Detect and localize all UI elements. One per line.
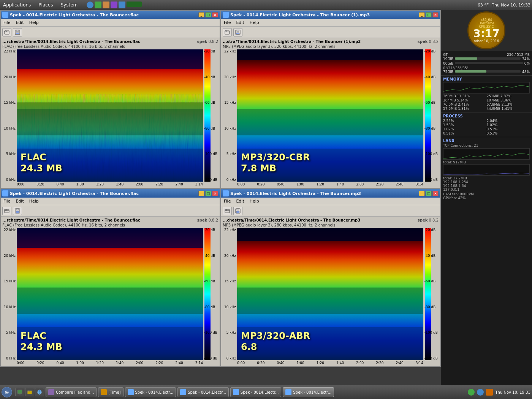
spec-annotation-3: FLAC 24.3 MB (21, 331, 62, 353)
maximize-btn-1[interactable]: □ (205, 12, 211, 17)
spek4-icon (285, 389, 291, 395)
maximize-btn-2[interactable]: □ (426, 12, 432, 17)
main-area: Spek - 0014.Electric Light Orchestra - T… (0, 10, 532, 385)
media-icon (111, 2, 117, 8)
close-btn-1[interactable]: × (212, 12, 218, 17)
start-button[interactable]: ⊕ (2, 387, 12, 397)
spek-content-2: ...stra/Time/0014.Electric Light Orchest… (221, 38, 440, 188)
window-toolbar-4 (221, 205, 440, 217)
edit-menu-1[interactable]: Edit (14, 20, 25, 25)
mem-row-3: 164MiB 5.14% (443, 98, 486, 102)
close-btn-4[interactable]: × (432, 191, 439, 196)
tray-net-icon (468, 389, 475, 396)
file-menu-3[interactable]: File (2, 199, 11, 204)
open-file-btn-4[interactable] (223, 207, 232, 215)
system-menu[interactable]: System (59, 2, 79, 8)
minimize-btn-2[interactable]: _ (419, 12, 425, 17)
mixer-icon (103, 2, 109, 8)
save-image-btn-1[interactable] (13, 28, 22, 36)
close-btn-2[interactable]: × (432, 12, 439, 17)
mem-row-7: 57.6MiB 1.81% (443, 107, 486, 111)
svg-rect-8 (17, 109, 203, 136)
fan-label: 75GiB (443, 70, 453, 74)
taskbar-btn-spek3[interactable]: Spek - 0014.Electr... (230, 387, 282, 397)
open-file-btn-2[interactable] (223, 28, 232, 36)
edit-menu-2[interactable]: Edit (235, 20, 245, 25)
spek-content-3: ...rchestra/Time/0014.Electric Light Orc… (1, 217, 220, 366)
taskbar-btn-time[interactable]: [Time] (98, 387, 123, 397)
disk-row-1: GT 256 / 512 MB (443, 53, 530, 57)
clock-circle: x86_64 Hostname CPU:35°C 3:17 mber 10, 2… (467, 11, 505, 49)
file-menu-4[interactable]: File (223, 199, 232, 204)
svg-rect-13 (236, 33, 239, 34)
gpu-fan: GPUfan: 42% (443, 196, 530, 200)
applications-menu[interactable]: Applications (2, 2, 32, 8)
annotation-line1-4: MP3/320-ABR (241, 331, 310, 342)
window-toolbar-2 (221, 27, 440, 38)
file-menu-2[interactable]: File (223, 20, 232, 25)
window-menubar-4: File Edit Help (221, 198, 440, 205)
fan-row: 75GiB 48% (443, 70, 530, 74)
taskbar-btn-compare[interactable]: Compare Flac and... (46, 387, 97, 397)
help-menu-4[interactable]: Help (249, 199, 260, 204)
db-labels-4: -20 dB -40 dB -60 dB -80 dB -100 dB -120… (424, 228, 439, 360)
taskbar-btn-spek1[interactable]: Spek - 0014.Electr... (125, 387, 176, 397)
y-axis-3: 22 kHz 20 kHz 15 kHz 10 kHz 5 kHz 0 kHz (2, 228, 17, 360)
help-menu-2[interactable]: Help (249, 20, 260, 25)
process-rows: 2.55% 2.04% 1.53% 1.02% 1.02% 0.51% 0.51… (443, 119, 530, 135)
proc-row-6: 0.51% (487, 127, 530, 131)
spek-window-2: Spek - 0014.Electric Light Orchestra - T… (220, 10, 441, 188)
places-menu[interactable]: Places (37, 2, 54, 8)
close-btn-3[interactable]: × (212, 191, 218, 196)
network-graph-1 (443, 148, 530, 160)
minimize-btn-3[interactable]: _ (198, 191, 204, 196)
maximize-btn-3[interactable]: □ (205, 191, 211, 196)
spec-visual-3: FLAC 24.3 MB (17, 228, 203, 360)
minimize-btn-4[interactable]: _ (419, 191, 425, 196)
help-menu-3[interactable]: Help (28, 199, 40, 204)
spectrogram-area-4: MP3/320-ABR 6.8 (237, 228, 423, 360)
window-toolbar-3 (1, 205, 220, 217)
app-name-3: spek (197, 218, 207, 222)
browser-btn[interactable] (35, 388, 44, 396)
db-labels-2: -20 dB -40 dB -60 dB -80 dB -100 dB -120… (424, 49, 439, 182)
x-axis-3: 0:000:200:401:001:201:402:002:202:403:14 (17, 361, 203, 365)
edit-menu-3[interactable]: Edit (14, 199, 25, 204)
save-image-btn-2[interactable] (233, 28, 242, 36)
open-file-btn-1[interactable] (2, 28, 11, 36)
annotation-line2-1: 24.3 MB (21, 163, 62, 174)
disk-gt-row2: 19GiB 34% (443, 57, 530, 61)
taskbar-time: Thu Nov 10, 19:33 (495, 390, 530, 394)
app-name-2: spek (418, 40, 428, 44)
help-menu-1[interactable]: Help (28, 20, 40, 25)
svg-rect-32 (237, 209, 239, 210)
files-btn[interactable] (25, 388, 34, 396)
spek-version-1: spek 0.8.2 (197, 40, 218, 44)
process-title: PROCESS (443, 114, 530, 118)
y-axis-2: 22 kHz 20 kHz 15 kHz 10 kHz 5 kHz 0 kHz (223, 49, 237, 182)
taskbar-btn-spek4-label: Spek - 0014.Electr... (293, 390, 331, 394)
window-menubar-1: File Edit Help (1, 19, 220, 27)
format-info-3: FLAC (Free Lossless Audio Codec), 44100 … (2, 223, 218, 227)
file-menu-1[interactable]: File (2, 20, 11, 25)
taskbar-btn-spek2[interactable]: Spek - 0014.Electr... (177, 387, 229, 397)
desktop-btn[interactable] (15, 388, 24, 396)
x-axis-end-4 (423, 361, 439, 365)
proc-row-4: 1.02% (487, 123, 530, 127)
open-file-btn-3[interactable] (2, 207, 11, 215)
svg-rect-16 (237, 49, 423, 60)
save-image-btn-4[interactable] (233, 207, 242, 215)
taskbar-btn-spek4[interactable]: Spek - 0014.Electr... (283, 387, 334, 397)
save-image-btn-3[interactable] (13, 207, 22, 215)
color-scale-4: -20 dB -40 dB -60 dB -80 dB -100 dB -120… (423, 228, 439, 360)
edit-menu-4[interactable]: Edit (235, 199, 245, 204)
spek-content-1: ...rchestra/Time/0014.Electric Light Orc… (1, 38, 220, 188)
spek-app-icon-1 (2, 12, 8, 18)
svg-rect-31 (236, 211, 239, 213)
case-fan: CASEfan: 900RPM (443, 192, 530, 196)
file-path-2: ...stra/Time/0014.Electric Light Orchest… (223, 40, 361, 44)
network-icon (87, 2, 93, 8)
minimize-btn-1[interactable]: _ (198, 12, 204, 17)
temperature-display: 63 °F (478, 3, 489, 8)
maximize-btn-4[interactable]: □ (426, 191, 432, 196)
